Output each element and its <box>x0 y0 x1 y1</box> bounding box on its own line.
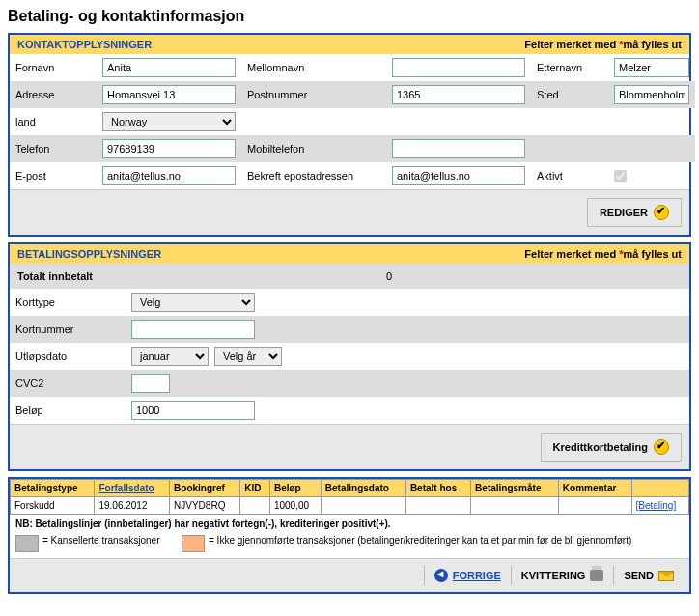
kredittkort-button[interactable]: Kredittkortbetaling <box>541 433 682 462</box>
label-land: land <box>10 108 97 135</box>
label-postnummer: Postnummer <box>241 81 386 108</box>
required-note-2: Felter merket med *må fylles ut <box>524 248 682 260</box>
input-mellomnavn[interactable] <box>392 58 525 77</box>
input-cvc[interactable] <box>131 374 170 393</box>
transactions-table: Betalingstype Forfallsdato Bookingref KI… <box>10 479 689 515</box>
input-adresse[interactable] <box>102 85 236 104</box>
contact-header-title: KONTAKTOPPLYSNINGER <box>17 39 152 50</box>
th-forfall[interactable]: Forfallsdato <box>95 480 170 497</box>
betaling-link[interactable]: [Betaling] <box>636 500 677 511</box>
contact-panel: KONTAKTOPPLYSNINGER Felter merket med *m… <box>8 33 691 237</box>
label-etternavn: Etternavn <box>531 54 608 81</box>
transactions-panel: Betalingstype Forfallsdato Bookingref KI… <box>8 477 691 594</box>
input-telefon[interactable] <box>102 139 236 158</box>
label-mobil: Mobiltelefon <box>241 135 386 162</box>
input-postnummer[interactable] <box>392 85 525 104</box>
check-icon <box>654 439 669 455</box>
payment-header: BETALINGSOPPLYSNINGER Felter merket med … <box>10 244 689 264</box>
label-adresse: Adresse <box>10 81 97 108</box>
th-booking: Bookingref <box>170 480 240 497</box>
input-bekreft[interactable] <box>392 166 525 185</box>
input-belop[interactable] <box>131 401 255 420</box>
label-total: Totalt innbetalt <box>17 270 133 282</box>
label-bekreft: Bekreft epostadressen <box>241 162 386 189</box>
value-total: 0 <box>133 270 682 282</box>
label-cvc: CVC2 <box>10 370 126 397</box>
label-korttype: Korttype <box>10 289 126 316</box>
payment-panel: BETALINGSOPPLYSNINGER Felter merket med … <box>8 242 691 471</box>
th-type: Betalingstype <box>11 480 95 497</box>
send-button[interactable]: SEND <box>613 566 684 585</box>
swatch-pending-icon <box>182 535 205 552</box>
back-icon <box>434 569 448 582</box>
th-komm: Kommentar <box>558 480 631 497</box>
checkbox-aktivt[interactable] <box>614 170 627 182</box>
label-fornavn: Fornavn <box>10 54 97 81</box>
th-betdato: Betalingsdato <box>321 480 405 497</box>
select-land[interactable]: Norway <box>102 112 236 131</box>
label-utlop: Utløpsdato <box>10 343 126 370</box>
th-act <box>631 480 689 497</box>
payment-header-title: BETALINGSOPPLYSNINGER <box>17 248 161 260</box>
label-kortnummer: Kortnummer <box>10 316 126 343</box>
th-belop: Beløp <box>269 480 321 497</box>
required-note: Felter merket med *må fylles ut <box>524 39 682 50</box>
rediger-button[interactable]: REDIGER <box>587 198 682 227</box>
th-mate: Betalingsmåte <box>471 480 559 497</box>
label-epost: E-post <box>10 162 97 189</box>
label-sted: Sted <box>531 81 608 108</box>
note-text: NB: Betalingslinjer (innbetalinger) har … <box>10 515 689 533</box>
contact-header: KONTAKTOPPLYSNINGER Felter merket med *m… <box>10 35 689 54</box>
th-hos: Betalt hos <box>405 480 470 497</box>
select-month[interactable]: januar <box>131 347 209 366</box>
table-row: Forskudd 19.06.2012 NJVYD8RQ 1000,00 [Be… <box>11 497 689 515</box>
print-icon <box>590 570 603 581</box>
label-belop: Beløp <box>10 397 126 424</box>
check-icon <box>654 205 669 220</box>
input-epost[interactable] <box>102 166 236 185</box>
input-kortnummer[interactable] <box>131 320 255 339</box>
select-year[interactable]: Velg år <box>214 347 282 366</box>
swatch-cancelled-icon <box>15 535 39 552</box>
forrige-button[interactable]: FORRIGE <box>424 565 511 586</box>
mail-icon <box>658 571 674 581</box>
legend: = Kansellerte transaksjoner = Ikke gjenn… <box>10 533 689 558</box>
input-fornavn[interactable] <box>102 58 236 77</box>
th-kid: KID <box>240 480 270 497</box>
input-etternavn[interactable] <box>614 58 689 77</box>
label-aktivt: Aktivt <box>531 162 608 189</box>
select-korttype[interactable]: Velg <box>131 293 255 312</box>
label-mellomnavn: Mellomnavn <box>241 54 386 81</box>
page-title: Betaling- og kontaktinformasjon <box>8 8 691 25</box>
input-sted[interactable] <box>614 85 689 104</box>
input-mobil[interactable] <box>392 139 525 158</box>
kvittering-button[interactable]: KVITTERING <box>511 566 614 585</box>
label-telefon: Telefon <box>10 135 97 162</box>
